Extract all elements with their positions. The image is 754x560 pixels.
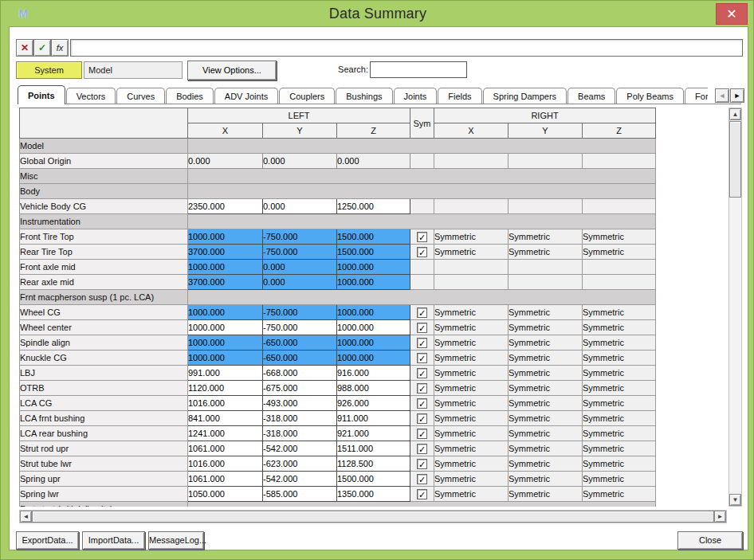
cell-x-left[interactable]: 2350.000 <box>188 199 263 214</box>
sym-cell[interactable]: ✓ <box>410 396 434 411</box>
cell-y-left[interactable]: -675.000 <box>263 381 337 396</box>
horizontal-scroll-thumb[interactable] <box>32 511 714 523</box>
cell-z-left[interactable]: 916.000 <box>337 366 410 381</box>
cell-y-left[interactable]: -750.000 <box>263 320 337 335</box>
cell-z-left[interactable]: 0.000 <box>337 154 410 169</box>
sym-cell[interactable]: ✓ <box>410 487 434 502</box>
sym-checkbox[interactable]: ✓ <box>417 459 427 469</box>
cell-y-left[interactable]: -318.000 <box>263 411 337 426</box>
tab-vectors[interactable]: Vectors <box>66 88 116 104</box>
cell-x-left[interactable]: 841.000 <box>188 411 263 426</box>
cell-y-left[interactable]: 0.000 <box>263 275 337 290</box>
cell-z-left[interactable]: 1500.000 <box>337 245 410 260</box>
cell-z-left[interactable]: 988.000 <box>337 381 410 396</box>
tab-scroll-right-button[interactable]: ► <box>730 88 744 103</box>
cell-y-left[interactable]: 0.000 <box>263 199 337 214</box>
tab-joints[interactable]: Joints <box>394 88 438 104</box>
cell-x-left[interactable]: 1000.000 <box>188 320 263 335</box>
discard-button[interactable]: ✕ <box>16 39 33 57</box>
sym-cell[interactable]: ✓ <box>410 305 434 320</box>
cell-y-left[interactable]: -750.000 <box>263 229 337 245</box>
cell-x-left[interactable]: 1016.000 <box>188 396 263 411</box>
cell-x-left[interactable]: 1000.000 <box>188 350 263 366</box>
vertical-scroll-thumb[interactable] <box>729 121 741 198</box>
import-data-button[interactable]: ImportData... <box>82 531 145 550</box>
sym-checkbox[interactable]: ✓ <box>417 232 427 242</box>
cell-z-left[interactable]: 1000.000 <box>337 335 410 350</box>
apply-button[interactable]: ✓ <box>33 39 51 57</box>
cell-x-left[interactable]: 1000.000 <box>188 335 263 350</box>
sym-cell[interactable]: ✓ <box>410 472 434 487</box>
tab-bushings[interactable]: Bushings <box>336 88 392 104</box>
cell-x-left[interactable]: 1000.000 <box>188 305 263 320</box>
cell-z-left[interactable]: 1511.000 <box>337 441 410 456</box>
cell-y-left[interactable]: -542.000 <box>263 441 337 456</box>
cell-x-left[interactable]: 1050.000 <box>188 487 263 502</box>
cell-x-left[interactable]: 0.000 <box>188 154 263 169</box>
cell-z-left[interactable]: 911.000 <box>337 411 410 426</box>
sym-checkbox[interactable]: ✓ <box>417 429 427 439</box>
cell-z-left[interactable]: 1350.000 <box>337 487 410 502</box>
sym-checkbox[interactable]: ✓ <box>417 368 427 378</box>
sym-checkbox[interactable]: ✓ <box>417 338 427 348</box>
cell-z-left[interactable]: 1000.000 <box>337 305 410 320</box>
cell-x-left[interactable]: 1000.000 <box>188 260 263 275</box>
tab-adv-joints[interactable]: ADV Joints <box>214 88 278 104</box>
model-field[interactable]: Model <box>84 61 183 79</box>
cell-y-left[interactable]: -750.000 <box>263 245 337 260</box>
sym-checkbox[interactable]: ✓ <box>417 247 427 257</box>
tab-bodies[interactable]: Bodies <box>166 88 214 104</box>
cell-z-left[interactable]: 1000.000 <box>337 350 410 366</box>
cell-x-left[interactable]: 3700.000 <box>188 245 263 260</box>
sym-cell[interactable]: ✓ <box>410 456 434 472</box>
cell-y-left[interactable]: -318.000 <box>263 426 337 441</box>
cell-y-left[interactable]: -750.000 <box>263 305 337 320</box>
horizontal-scrollbar[interactable]: ◄ ► <box>19 510 727 523</box>
sym-cell[interactable]: ✓ <box>410 320 434 335</box>
cell-z-left[interactable]: 1500.000 <box>337 229 410 245</box>
tab-poly-beams[interactable]: Poly Beams <box>616 88 684 104</box>
cell-x-left[interactable]: 1061.000 <box>188 472 263 487</box>
cell-y-left[interactable]: -668.000 <box>263 366 337 381</box>
cell-x-left[interactable]: 1241.000 <box>188 426 263 441</box>
sym-checkbox[interactable]: ✓ <box>417 353 427 363</box>
export-data-button[interactable]: ExportData... <box>16 531 79 550</box>
vertical-scrollbar[interactable]: ▲ ▼ <box>728 108 742 507</box>
close-dialog-button[interactable]: Close <box>677 531 743 550</box>
sym-cell[interactable]: ✓ <box>410 411 434 426</box>
tab-couplers[interactable]: Couplers <box>279 88 335 104</box>
scroll-right-button[interactable]: ► <box>714 511 726 523</box>
cell-x-left[interactable]: 1061.000 <box>188 441 263 456</box>
sym-cell[interactable]: ✓ <box>410 381 434 396</box>
system-button[interactable]: System <box>16 61 82 79</box>
cell-y-left[interactable]: -585.000 <box>263 487 337 502</box>
cell-x-left[interactable]: 3700.000 <box>188 275 263 290</box>
expression-builder-button[interactable]: fx <box>51 39 69 57</box>
cell-z-left[interactable]: 1500.000 <box>337 472 410 487</box>
cell-z-left[interactable]: 1128.500 <box>337 456 410 472</box>
sym-checkbox[interactable]: ✓ <box>417 413 427 424</box>
cell-x-left[interactable]: 1000.000 <box>188 229 263 245</box>
cell-z-left[interactable]: 1000.000 <box>337 260 410 275</box>
cell-z-left[interactable]: 1000.000 <box>337 275 410 290</box>
tab-force[interactable]: Force <box>685 88 708 104</box>
close-button[interactable]: ✕ <box>716 3 748 25</box>
sym-cell[interactable]: ✓ <box>410 366 434 381</box>
sym-checkbox[interactable]: ✓ <box>417 489 427 499</box>
cell-y-left[interactable]: -493.000 <box>263 396 337 411</box>
search-input[interactable] <box>370 61 467 78</box>
sym-cell[interactable]: ✓ <box>410 350 434 366</box>
scroll-down-button[interactable]: ▼ <box>729 494 741 506</box>
sym-checkbox[interactable]: ✓ <box>417 323 427 333</box>
cell-y-left[interactable]: 0.000 <box>263 154 337 169</box>
sym-cell[interactable]: ✓ <box>410 335 434 350</box>
sym-checkbox[interactable]: ✓ <box>417 307 427 318</box>
sym-checkbox[interactable]: ✓ <box>417 383 427 394</box>
cell-x-left[interactable]: 1016.000 <box>188 456 263 472</box>
tab-fields[interactable]: Fields <box>438 88 481 104</box>
sym-cell[interactable]: ✓ <box>410 229 434 245</box>
cell-z-left[interactable]: 1000.000 <box>337 320 410 335</box>
tab-points[interactable]: Points <box>18 85 65 104</box>
sym-checkbox[interactable]: ✓ <box>417 398 427 409</box>
cell-z-left[interactable]: 926.000 <box>337 396 410 411</box>
